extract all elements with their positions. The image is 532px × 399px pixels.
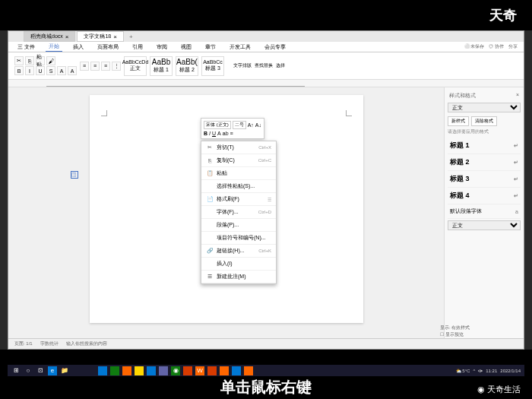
- ribbon-home[interactable]: 开始: [46, 42, 62, 52]
- app-icon[interactable]: [220, 366, 229, 375]
- menu-font[interactable]: 字体(F)...Ctrl+D: [201, 206, 276, 219]
- ribbon-references[interactable]: 引用: [129, 43, 146, 52]
- font-select[interactable]: 宋体 (正文): [204, 121, 231, 129]
- wechat-icon[interactable]: ◉: [171, 366, 180, 375]
- format-painter-icon[interactable]: 🖌: [46, 56, 55, 65]
- wps-icon[interactable]: W: [195, 366, 204, 375]
- app-icon[interactable]: [110, 366, 119, 375]
- search-hint[interactable]: 输入你想搜索的内容: [66, 340, 107, 347]
- menu-copy[interactable]: ⎘复制(C)Ctrl+C: [201, 154, 276, 167]
- highlight-icon[interactable]: A: [57, 66, 66, 75]
- style-item-h1[interactable]: 标题 1↵: [448, 138, 521, 154]
- app-icon[interactable]: [207, 366, 217, 375]
- app-icon[interactable]: [183, 366, 192, 375]
- menu-comment[interactable]: ☰新建批注(M): [201, 271, 276, 283]
- strike-icon[interactable]: S: [46, 66, 55, 75]
- ribbon-layout[interactable]: 页面布局: [94, 43, 122, 52]
- underline-icon[interactable]: U: [212, 131, 216, 136]
- clock-time[interactable]: 11:21: [486, 369, 497, 373]
- ribbon-developer[interactable]: 开发工具: [226, 43, 254, 52]
- body-style-select[interactable]: 正文: [448, 220, 521, 230]
- app-icon[interactable]: [244, 366, 253, 375]
- preview-checkbox[interactable]: ☐ 显示预览: [440, 331, 512, 338]
- bullets-icon[interactable]: ⋮: [112, 62, 121, 71]
- start-icon[interactable]: ⊞: [11, 366, 21, 375]
- ribbon-view[interactable]: 视图: [178, 43, 195, 52]
- app-icon[interactable]: [147, 366, 156, 375]
- style-item-h2[interactable]: 标题 2↵: [448, 154, 521, 171]
- style-normal[interactable]: AaBbCcDd正文: [124, 56, 147, 76]
- style-h2[interactable]: AaBb(标题 2: [176, 56, 198, 76]
- paste-button[interactable]: 粘贴: [36, 56, 45, 65]
- collab-label[interactable]: ◎ 协作: [489, 43, 504, 50]
- new-style-button[interactable]: 新样式: [448, 116, 469, 126]
- ribbon-vip[interactable]: 会员专享: [261, 43, 289, 52]
- select-button[interactable]: 选择: [276, 62, 285, 69]
- italic-icon[interactable]: I: [25, 66, 34, 75]
- doc-tab-1[interactable]: 稻壳商城docx×: [24, 31, 75, 42]
- add-tab-button[interactable]: +: [125, 33, 137, 40]
- weather-widget[interactable]: ⛅ 5°C: [456, 368, 470, 373]
- current-style-select[interactable]: 正文: [448, 103, 521, 112]
- ribbon-insert[interactable]: 插入: [70, 43, 87, 52]
- app-icon[interactable]: [122, 366, 131, 375]
- app-icon[interactable]: [98, 366, 107, 375]
- ribbon-file[interactable]: 三 文件: [14, 43, 38, 52]
- menu-paragraph[interactable]: 段落(P)...: [201, 219, 276, 232]
- copy-icon[interactable]: ⎘: [25, 56, 34, 65]
- bold-icon[interactable]: B: [204, 131, 207, 136]
- text-layout-button[interactable]: 文字排版: [233, 62, 252, 69]
- app-icon[interactable]: [159, 366, 168, 375]
- panel-close-icon[interactable]: ×: [516, 92, 519, 100]
- menu-paste[interactable]: 📋粘贴: [201, 167, 276, 180]
- edge-icon[interactable]: e: [48, 366, 57, 375]
- tray-icon[interactable]: ^: [473, 369, 475, 373]
- menu-insert[interactable]: 插入(I): [201, 258, 276, 271]
- app-icon[interactable]: [135, 366, 144, 375]
- cut-icon[interactable]: ✂: [14, 56, 24, 65]
- italic-icon[interactable]: I: [209, 131, 211, 136]
- close-icon[interactable]: ×: [113, 33, 117, 40]
- highlight-icon[interactable]: ab: [223, 131, 229, 136]
- size-select[interactable]: 二号: [233, 121, 246, 129]
- video-caption: 单击鼠标右键: [0, 377, 532, 397]
- share-label[interactable]: 分享: [508, 43, 518, 50]
- style-item-h4[interactable]: 标题 4↵: [448, 188, 521, 204]
- style-h1[interactable]: AaBb标题 1: [150, 56, 173, 76]
- word-count[interactable]: 字数统计: [40, 340, 59, 347]
- style-item-default-font[interactable]: 默认段落字体a: [448, 204, 521, 219]
- align-center-icon[interactable]: ≡: [90, 62, 100, 71]
- brand-bottom: ◉天奇生活: [477, 384, 521, 395]
- menu-paste-special[interactable]: 选择性粘贴(S)...: [201, 180, 276, 193]
- app-icon[interactable]: [232, 366, 241, 375]
- shrink-font-icon[interactable]: A↓: [255, 122, 261, 128]
- explorer-icon[interactable]: 📁: [60, 366, 69, 375]
- grow-font-icon[interactable]: A↑: [248, 122, 254, 128]
- ribbon-section[interactable]: 章节: [202, 43, 219, 52]
- align-right-icon[interactable]: ≡: [101, 62, 110, 71]
- bold-icon[interactable]: B: [14, 66, 24, 75]
- clock-date[interactable]: 2022/1/14: [500, 369, 521, 373]
- menu-hyperlink[interactable]: 🔗超链接(H)...Ctrl+K: [201, 245, 276, 258]
- ruler: [8, 80, 524, 87]
- cortana-icon[interactable]: ⊡: [36, 366, 45, 375]
- underline-icon[interactable]: U: [36, 66, 45, 75]
- ribbon-review[interactable]: 审阅: [154, 43, 170, 52]
- style-item-h3[interactable]: 标题 3↵: [448, 171, 521, 188]
- font-color-icon[interactable]: A: [217, 131, 221, 136]
- bullets-icon[interactable]: ≡: [230, 131, 233, 136]
- find-replace-button[interactable]: 查找替换: [255, 62, 273, 69]
- doc-tab-2[interactable]: 文字文稿18×: [77, 31, 123, 42]
- style-h3[interactable]: AaBbCc标题 3: [201, 56, 224, 76]
- menu-format-painter[interactable]: 📄格式刷(F)☰: [201, 193, 276, 206]
- close-icon[interactable]: ×: [65, 33, 69, 40]
- status-bar: 页面: 1/1 字数统计 输入你想搜索的内容: [8, 338, 524, 349]
- menu-bullets[interactable]: 项目符号和编号(N)...: [201, 232, 276, 245]
- align-left-icon[interactable]: ≡: [80, 62, 89, 71]
- clear-format-button[interactable]: 清除格式: [471, 116, 497, 126]
- sound-icon[interactable]: 🕪: [478, 369, 483, 373]
- font-color-icon[interactable]: A: [68, 66, 77, 75]
- page-marker-icon[interactable]: ◫: [71, 171, 78, 179]
- search-icon[interactable]: ○: [24, 366, 33, 375]
- menu-cut[interactable]: ✂剪切(T)Ctrl+X: [201, 141, 276, 154]
